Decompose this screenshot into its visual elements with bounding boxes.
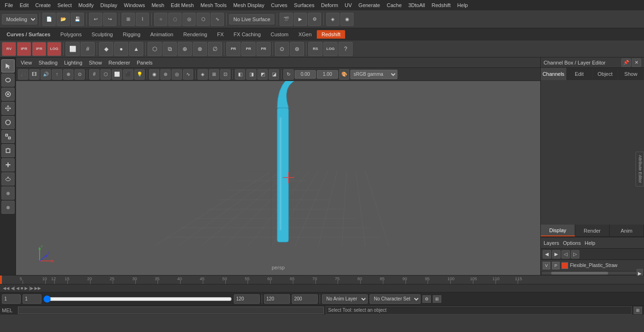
icon-render1[interactable]: ⊙ — [275, 42, 289, 56]
status-settings-btn[interactable]: ⚙ — [422, 295, 431, 303]
vp-color-mode-icon[interactable]: 🎨 — [339, 69, 349, 80]
vp-ao-btn[interactable]: ◎ — [172, 69, 182, 80]
icon-poly5[interactable]: ∅ — [208, 42, 222, 56]
layer-p-btn[interactable]: P — [552, 262, 560, 269]
redo-btn[interactable]: ↪ — [103, 13, 116, 26]
vp-panels-menu[interactable]: Panels — [134, 59, 156, 66]
tab-anim[interactable]: Anim — [610, 225, 644, 236]
layer-v-btn[interactable]: V — [543, 262, 550, 269]
vp-cam1[interactable]: ◧ — [235, 69, 245, 80]
select-tool-btn[interactable] — [1, 59, 15, 73]
layers-menu-options[interactable]: Options — [563, 240, 581, 246]
frame-range-slider[interactable] — [43, 295, 232, 303]
tab-fx[interactable]: FX — [212, 30, 228, 39]
rs-btn2[interactable]: ◉ — [340, 13, 354, 26]
viewport-canvas[interactable]: Y X Z persp — [16, 81, 540, 275]
icon-pr1[interactable]: PR — [226, 42, 240, 56]
menu-create[interactable]: Create — [33, 1, 54, 9]
layer-arrow-next[interactable]: ▶ — [552, 250, 561, 259]
range-start-input[interactable] — [264, 294, 290, 304]
vp-color-mode-select[interactable]: sRGB gamma — [350, 70, 397, 79]
poly-btn[interactable]: ⬡ — [197, 13, 210, 26]
vp-shading-menu[interactable]: Shading — [36, 59, 60, 66]
current-frame-input[interactable] — [2, 294, 21, 304]
icon-question[interactable]: ? — [339, 42, 353, 56]
select-btn2[interactable]: ◎ — [182, 13, 196, 26]
tab-fx-caching[interactable]: FX Caching — [229, 30, 265, 39]
vp-cam3[interactable]: ◩ — [257, 69, 268, 80]
menu-deform[interactable]: Deform — [318, 1, 341, 9]
rs-icon-ipr[interactable]: IPR — [17, 42, 31, 56]
vp-coord-input[interactable] — [295, 70, 316, 79]
icon-pr3[interactable]: PR — [256, 42, 271, 56]
layer-arrow-next2[interactable]: ▷ — [571, 250, 579, 259]
vp-xray-btn[interactable]: ⊛ — [160, 69, 171, 80]
anim-layer-dropdown[interactable]: No Anim Layer — [322, 294, 368, 304]
soft-select-btn[interactable] — [1, 172, 15, 186]
vp-lighting-btn[interactable]: 💡 — [134, 69, 145, 80]
vp-lighting-menu[interactable]: Lighting — [61, 59, 85, 66]
tab-edit[interactable]: Edit — [567, 68, 593, 80]
layer-arrow-prev[interactable]: ◀ — [543, 250, 551, 259]
icon-poly3[interactable]: ⊕ — [178, 42, 192, 56]
icon-sphere[interactable]: ● — [114, 42, 128, 56]
menu-edit-mesh[interactable]: Edit Mesh — [168, 1, 197, 9]
vp-grid-btn[interactable]: # — [89, 69, 99, 80]
vp-isolate-btn[interactable]: ◉ — [149, 69, 159, 80]
tab-animation[interactable]: Animation — [146, 30, 178, 39]
character-set-dropdown[interactable]: No Character Set — [370, 294, 421, 304]
rotate-tool-btn[interactable] — [1, 116, 15, 129]
cmd-extra-btn[interactable]: ⊞ — [634, 307, 642, 314]
rs-icon-rv[interactable]: RV — [2, 42, 16, 56]
live-surface-btn[interactable]: No Live Surface — [229, 14, 274, 24]
menu-cache[interactable]: Cache — [384, 1, 405, 9]
tab-channels[interactable]: Channels — [541, 68, 567, 80]
ipr-btn[interactable]: ▶ — [294, 13, 307, 26]
transform-tool-btn[interactable] — [1, 144, 15, 157]
vp-audio-btn[interactable]: 🔊 — [41, 69, 51, 80]
cmd-mode-label[interactable]: MEL — [2, 308, 16, 313]
vp-cam2[interactable]: ◨ — [246, 69, 256, 80]
tab-custom[interactable]: Custom — [266, 30, 293, 39]
menu-help[interactable]: Help — [454, 1, 471, 9]
vp-film-btn[interactable]: 🎞 — [29, 69, 40, 80]
show-manipulator-btn[interactable]: ⊕ — [1, 186, 15, 200]
tab-rigging[interactable]: Rigging — [118, 30, 145, 39]
layer-arrow-prev2[interactable]: ◁ — [561, 250, 570, 259]
vp-renderer-menu[interactable]: Renderer — [106, 59, 133, 66]
menu-mesh-tools[interactable]: Mesh Tools — [198, 1, 229, 9]
vp-shaded-btn[interactable]: ⬜ — [112, 69, 122, 80]
frame-value-input[interactable] — [23, 294, 41, 304]
undo-btn[interactable]: ↩ — [89, 13, 102, 26]
tab-render[interactable]: Render — [575, 225, 610, 236]
menu-curves[interactable]: Curves — [268, 1, 290, 9]
vp-pivot-btn[interactable]: ⊕ — [63, 69, 74, 80]
snap-tool-btn[interactable] — [1, 158, 15, 171]
menu-redshift[interactable]: Redshift — [429, 1, 453, 9]
menu-edit[interactable]: Edit — [17, 1, 32, 9]
scale-tool-btn[interactable] — [1, 130, 15, 143]
render-view-btn[interactable]: 🎬 — [280, 13, 293, 26]
vp-show-menu[interactable]: Show — [86, 59, 105, 66]
menu-mesh[interactable]: Mesh — [149, 1, 167, 9]
tab-polygons[interactable]: Polygons — [56, 30, 86, 39]
lasso-btn[interactable]: ○ — [154, 13, 167, 26]
icon-poly4[interactable]: ⊗ — [193, 42, 207, 56]
icon-pr2[interactable]: PR — [241, 42, 256, 56]
paint-select-btn[interactable] — [1, 88, 15, 101]
menu-mesh-display[interactable]: Mesh Display — [231, 1, 267, 9]
timeline-ruler[interactable]: 5101520253035404550556065707580859095100… — [0, 275, 644, 284]
layer-color-swatch[interactable] — [561, 262, 568, 269]
tab-xgen[interactable]: XGen — [294, 30, 316, 39]
icon-render2[interactable]: ⊛ — [290, 42, 304, 56]
attribute-editor-tab[interactable]: Attribute Editor — [636, 152, 644, 186]
vp-scale-input[interactable] — [317, 70, 338, 79]
max-frame-input[interactable] — [234, 294, 260, 304]
menu-modify[interactable]: Modify — [75, 1, 96, 9]
paint-btn[interactable]: ◌ — [168, 13, 182, 26]
rs-icon-mat[interactable]: LOG — [47, 42, 61, 56]
status-extra-btn[interactable]: ⊞ — [433, 295, 441, 303]
menu-3dtoall[interactable]: 3DtoAll — [405, 1, 428, 9]
tab-redshift[interactable]: Redshift — [317, 30, 345, 39]
snap-curve-btn[interactable]: ⌇ — [136, 13, 149, 26]
